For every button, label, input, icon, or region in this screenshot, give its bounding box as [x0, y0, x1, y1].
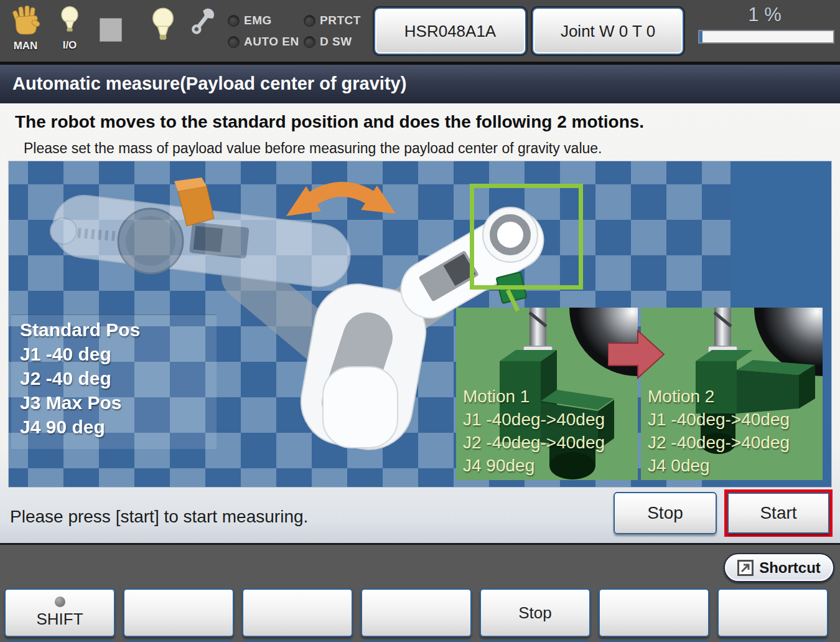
motion-sequence-arrow-icon	[608, 329, 665, 379]
shortcut-button[interactable]: Shortcut	[724, 553, 834, 582]
override-progress-fill	[699, 31, 702, 42]
emg-led-icon	[228, 15, 240, 27]
manual-mode-label: MAN	[14, 40, 38, 52]
io-label: I/O	[63, 39, 77, 52]
fkey-shift[interactable]: SHIFT	[4, 588, 115, 637]
led-auto-en: AUTO EN	[228, 35, 304, 49]
fkey-row: SHIFT Stop	[4, 588, 828, 637]
wrench-icon	[189, 4, 217, 41]
motion-illustration: Standard Pos J1 -40 deg J2 -40 deg J3 Ma…	[9, 161, 831, 487]
motion2-line: J2 -40deg->40deg	[648, 431, 790, 454]
standard-pos-line: J1 -40 deg	[20, 342, 217, 366]
square-indicator-button[interactable]	[100, 18, 122, 42]
main-content: The robot moves to the standard position…	[0, 103, 840, 543]
speed-override: 1 %	[692, 4, 838, 44]
fkey-stop[interactable]: Stop	[480, 588, 590, 637]
instruction-heading: The robot moves to the standard position…	[15, 112, 644, 132]
motion1-line: J1 -40deg->40deg	[463, 408, 605, 431]
maintenance-button[interactable]	[189, 4, 217, 41]
standard-pos-line: J4 90 deg	[20, 415, 217, 439]
start-button[interactable]: Start	[727, 493, 829, 534]
io-monitor-button[interactable]: I/O	[57, 5, 82, 52]
page-title: Automatic measure(Payload center of grav…	[0, 65, 840, 103]
motion2-line: J4 0deg	[648, 454, 790, 477]
start-button-highlight: Start	[724, 489, 833, 537]
stop-button[interactable]: Stop	[614, 492, 717, 534]
motion1-text: Motion 1 J1 -40deg->40deg J2 -40deg->40d…	[463, 385, 605, 477]
override-percent-label: 1 %	[692, 4, 838, 26]
instruction-subheading: Please set the mass of payload value bef…	[24, 140, 602, 157]
shortcut-icon	[737, 560, 754, 576]
fkey-shift-label: SHIFT	[36, 610, 83, 629]
top-toolbar: MAN I/O	[0, 0, 840, 65]
fkey-6[interactable]	[599, 588, 709, 637]
auto-en-led-icon	[228, 36, 240, 48]
d-sw-led-icon	[304, 36, 315, 48]
override-progress-bar	[698, 30, 834, 44]
motion1-line: J2 -40deg->40deg	[463, 431, 605, 454]
fkey-7[interactable]	[717, 588, 828, 637]
fkey-4[interactable]	[361, 588, 472, 637]
motion2-line: J1 -40deg->40deg	[648, 408, 790, 431]
prtct-led-icon	[304, 15, 315, 27]
fkey-2[interactable]	[123, 588, 234, 637]
coord-mode-button[interactable]: Joint W 0 T 0	[532, 7, 684, 55]
lamp-button[interactable]	[149, 6, 177, 45]
standard-pos-overlay: Standard Pos J1 -40 deg J2 -40 deg J3 Ma…	[11, 314, 217, 449]
led-d-sw: D SW	[304, 35, 373, 49]
status-led-grid: EMG PRTCT AUTO EN D SW	[228, 14, 373, 49]
standard-pos-line: J2 -40 deg	[20, 366, 217, 390]
motion1-title: Motion 1	[463, 385, 605, 408]
motion1-line: J4 90deg	[463, 454, 605, 477]
end-effector-highlight-box	[470, 184, 583, 290]
motion2-title: Motion 2	[648, 385, 790, 408]
standard-pos-line: J3 Max Pos	[20, 390, 217, 415]
bulb-icon	[149, 6, 177, 45]
function-key-bar: Shortcut SHIFT Stop	[0, 543, 840, 642]
square-icon	[100, 18, 122, 42]
shortcut-label: Shortcut	[759, 559, 821, 577]
fkey-3[interactable]	[242, 588, 353, 637]
status-message: Please press [start] to start measuring.	[10, 507, 308, 527]
io-bulb-icon	[57, 5, 82, 39]
led-prtct: PRTCT	[304, 14, 373, 27]
fkey-stop-label: Stop	[518, 603, 552, 623]
motion2-text: Motion 2 J1 -40deg->40deg J2 -40deg->40d…	[648, 385, 790, 477]
motion2-panel: Motion 2 J1 -40deg->40deg J2 -40deg->40d…	[641, 308, 823, 480]
robot-model-button[interactable]: HSR048A1A	[374, 7, 526, 55]
standard-pos-title: Standard Pos	[20, 318, 217, 342]
shift-dot-icon	[55, 597, 65, 607]
teach-pendant-screen: MAN I/O	[0, 0, 840, 642]
manual-mode-button[interactable]: MAN	[11, 6, 40, 52]
hand-icon	[11, 6, 40, 39]
led-emg: EMG	[228, 14, 304, 27]
